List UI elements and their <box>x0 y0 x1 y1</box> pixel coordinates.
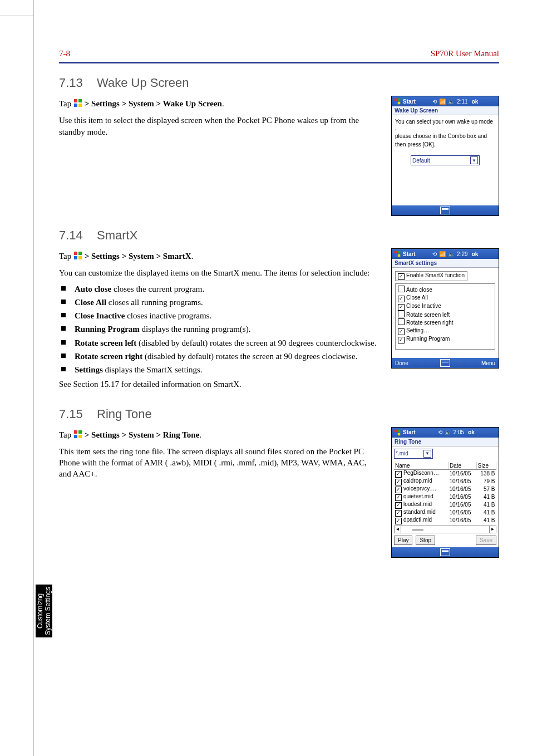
wakeup-line2: please choose in the Combo box and <box>395 133 495 139</box>
section-715-text: Tap > Settings > System > Ring Tone. Thi… <box>59 427 379 484</box>
svg-rect-5 <box>398 99 401 101</box>
clock-label: 2:29 <box>457 251 467 257</box>
horizontal-scrollbar[interactable]: ◄ ► <box>394 526 496 533</box>
tap-prefix: Tap <box>59 430 73 439</box>
checkbox[interactable] <box>398 337 405 343</box>
file-name[interactable]: voiceprvcy.… <box>403 485 436 492</box>
svg-rect-20 <box>395 429 397 432</box>
col-date[interactable]: Date <box>448 462 477 470</box>
ringtone-file-table: Name Date Size PegDisconn…10/16/05138 B … <box>394 462 496 524</box>
row-checkbox[interactable] <box>395 510 402 517</box>
tap-path: > Settings > System > SmartX <box>85 252 191 261</box>
smartx-option: Close Inactive <box>398 302 492 311</box>
item-desc: closes all running programs. <box>106 298 203 307</box>
file-size: 41 B <box>476 509 496 517</box>
keyboard-icon[interactable] <box>440 548 450 556</box>
scroll-left-icon[interactable]: ◄ <box>395 526 401 533</box>
row-checkbox[interactable] <box>395 471 402 478</box>
table-row: loudest.mid10/16/0541 B <box>394 501 496 509</box>
file-date: 10/16/05 <box>448 501 477 509</box>
checkbox[interactable] <box>398 304 405 311</box>
play-button[interactable]: Play <box>394 536 412 545</box>
svg-rect-13 <box>398 251 401 254</box>
item-name: Close All <box>75 298 106 307</box>
screenshot-smartx: Start ⟲ 📶 🔈 2:29 ok SmartX settings Enab… <box>391 248 499 369</box>
start-icon <box>73 251 82 263</box>
option-label: Setting… <box>406 327 429 333</box>
ok-button[interactable]: ok <box>472 99 479 105</box>
col-name[interactable]: Name <box>394 462 448 470</box>
tap-dot: . <box>191 252 194 261</box>
enable-smartx-label: Enable SmartX function <box>406 272 465 278</box>
file-name[interactable]: standard.mid <box>403 509 436 515</box>
checkbox[interactable] <box>398 318 405 325</box>
checkbox[interactable] <box>398 328 405 335</box>
svg-rect-17 <box>78 430 82 434</box>
ok-button[interactable]: ok <box>472 251 479 257</box>
keyboard-icon[interactable] <box>440 359 450 367</box>
save-button[interactable]: Save <box>476 536 496 545</box>
list-item: Auto close closes the current program. <box>61 283 379 294</box>
file-name[interactable]: quietest.mid <box>403 493 433 499</box>
stop-button[interactable]: Stop <box>416 536 435 545</box>
checkbox[interactable] <box>398 286 405 292</box>
file-date: 10/16/05 <box>448 493 477 501</box>
row-checkbox[interactable] <box>395 502 402 509</box>
table-row: dpadctl.mid10/16/0541 B <box>394 517 496 524</box>
option-label: Rotate screen left <box>406 312 450 318</box>
softkey-done[interactable]: Done <box>395 360 408 366</box>
filter-value: *.mid <box>396 450 408 456</box>
speaker-icon: 🔈 <box>448 99 455 105</box>
svg-rect-2 <box>74 104 77 107</box>
checkbox[interactable] <box>398 296 405 302</box>
section-heading-714: 7.14SmartX <box>59 228 499 243</box>
scroll-right-icon[interactable]: ► <box>489 526 496 533</box>
softkey-menu[interactable]: Menu <box>481 360 495 366</box>
tap-dot: . <box>222 99 224 108</box>
header-rule <box>59 62 499 63</box>
svg-rect-21 <box>398 429 401 432</box>
list-item: Close Inactive closes inactive programs. <box>61 310 379 321</box>
start-label[interactable]: Start <box>403 251 430 257</box>
file-name[interactable]: caldrop.mid <box>403 478 432 484</box>
file-name[interactable]: loudest.mid <box>403 501 432 507</box>
section-714-para: You can customize the displayed items on… <box>59 267 379 278</box>
filter-combobox[interactable]: *.mid ▼ <box>394 449 433 459</box>
keyboard-icon[interactable] <box>440 207 450 214</box>
scroll-thumb[interactable] <box>412 529 423 531</box>
file-date: 10/16/05 <box>448 485 477 493</box>
file-size: 138 B <box>476 469 496 478</box>
screenshot-wakeup: Start ⟲ 📶 🔈 2:11 ok Wake Up Screen You c… <box>391 96 499 216</box>
row-checkbox[interactable] <box>395 518 402 524</box>
ok-button[interactable]: ok <box>468 429 475 435</box>
svg-rect-19 <box>78 435 82 438</box>
start-label[interactable]: Start <box>403 99 430 105</box>
item-name: Rotate screen left <box>75 338 136 347</box>
sync-icon: ⟲ <box>432 99 437 105</box>
row-checkbox[interactable] <box>395 487 402 493</box>
option-label: Close Inactive <box>406 303 441 309</box>
page-content: 7-8 SP70R User Manual 7.13Wake Up Screen… <box>59 49 499 711</box>
signal-icon: 📶 <box>439 99 446 105</box>
start-label[interactable]: Start <box>403 429 436 435</box>
file-date: 10/16/05 <box>448 509 477 517</box>
file-size: 41 B <box>476 501 496 509</box>
checkbox[interactable] <box>398 311 405 317</box>
file-size: 79 B <box>476 478 496 485</box>
wakeup-mode-combobox[interactable]: Default ▼ <box>411 155 480 165</box>
file-name[interactable]: dpadctl.mid <box>403 517 432 523</box>
titlebar: Start ⟲ 🔈 2:05 ok <box>392 428 499 438</box>
enable-smartx-checkbox[interactable] <box>398 273 405 280</box>
row-checkbox[interactable] <box>395 479 402 485</box>
table-row: standard.mid10/16/0541 B <box>394 509 496 517</box>
start-flag-icon <box>394 251 401 257</box>
item-name: Close Inactive <box>75 311 125 320</box>
col-size[interactable]: Size <box>476 462 496 470</box>
start-icon <box>73 99 82 110</box>
sync-icon: ⟲ <box>438 429 442 435</box>
file-name[interactable]: PegDisconn… <box>403 470 439 476</box>
screen-subtitle: Ring Tone <box>392 438 499 446</box>
item-desc: closes inactive programs. <box>125 311 211 320</box>
row-checkbox[interactable] <box>395 494 402 501</box>
svg-rect-4 <box>395 99 397 101</box>
